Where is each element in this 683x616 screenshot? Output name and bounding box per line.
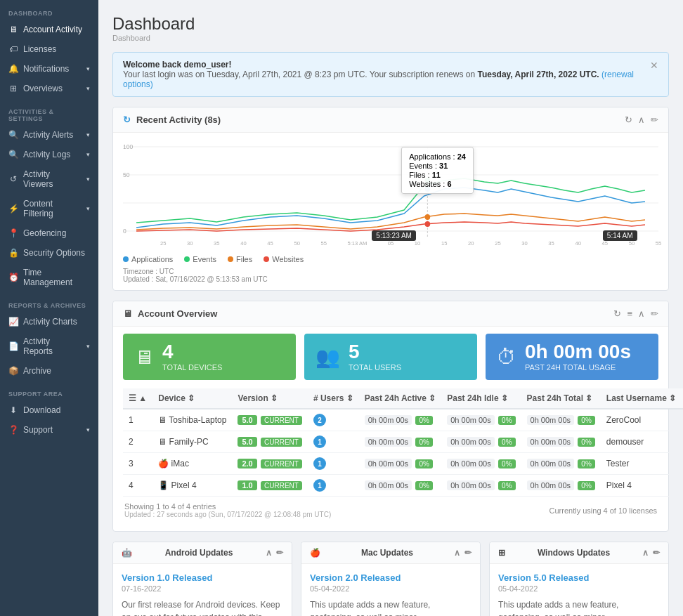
android-date: 07-16-2022 — [122, 584, 283, 593]
row-active: 0h 00m 00s 0% — [359, 431, 442, 453]
tooltip-time-label-2: 5:14 AM — [603, 230, 637, 241]
archive-icon: 📦 — [8, 366, 18, 376]
banner-close-button[interactable]: ✕ — [650, 60, 658, 71]
log-icon: 🔍 — [8, 150, 18, 159]
collapse-button[interactable]: ∧ — [638, 114, 645, 125]
sidebar-item-overviews[interactable]: ⊞ Overviews ▾ — [0, 79, 98, 98]
account-overview-panel: 🖥 Account Overview ↻ ≡ ∧ ✏ 🖥 4 TOTAL DEV… — [112, 301, 669, 532]
sidebar-item-account-activity[interactable]: 🖥 Account Activity — [0, 20, 98, 39]
sidebar-item-activity-logs[interactable]: 🔍 Activity Logs ▾ — [0, 145, 98, 164]
row-total: 0h 00m 00s 0% — [521, 475, 601, 497]
legend-files: Files — [228, 255, 252, 263]
svg-text:35: 35 — [548, 240, 554, 247]
android-updates-body: Version 1.0 Released 07-16-2022 Our firs… — [113, 564, 292, 616]
col-users[interactable]: # Users ⇕ — [308, 388, 359, 409]
breadcrumb: Dashboard — [112, 34, 669, 42]
row-total: 0h 00m 00s 0% — [521, 431, 601, 453]
svg-text:50: 50 — [629, 240, 635, 247]
sidebar-item-activity-viewers[interactable]: ↺ Activity Viewers ▾ — [0, 164, 98, 194]
edit-button[interactable]: ✏ — [653, 548, 660, 558]
svg-text:15: 15 — [441, 240, 448, 247]
svg-text:55: 55 — [656, 240, 662, 247]
collapse-button[interactable]: ∧ — [266, 548, 272, 558]
windows-updates-card: ⊞ Windows Updates ∧ ✏ Version 5.0 Releas… — [489, 542, 669, 616]
tooltip-time-label: 5:13:23 AM — [372, 230, 416, 241]
table-updated: Updated : 27 seconds ago (Sun, 07/17/202… — [124, 511, 331, 518]
expand-button[interactable]: ✏ — [651, 114, 658, 125]
edit-button[interactable]: ✏ — [464, 548, 471, 558]
edit-button[interactable]: ✏ — [276, 548, 283, 558]
sidebar-item-licenses[interactable]: 🏷 Licenses — [0, 39, 98, 59]
mac-version-link[interactable]: Version 2.0 Released — [310, 572, 471, 583]
chevron-icon: ▾ — [86, 426, 90, 433]
col-total[interactable]: Past 24h Total ⇕ — [521, 388, 601, 409]
row-num: 3 — [123, 453, 152, 475]
collapse-button[interactable]: ∧ — [454, 548, 460, 558]
svg-point-11 — [425, 221, 431, 227]
updates-row: 🤖 Android Updates ∧ ✏ Version 1.0 Releas… — [112, 542, 669, 616]
sidebar-item-activity-alerts[interactable]: 🔍 Activity Alerts ▾ — [0, 125, 98, 145]
sidebar-item-geofencing[interactable]: 📍 Geofencing — [0, 223, 98, 243]
page-title: Dashboard — [112, 14, 669, 34]
alert-icon: 🔍 — [8, 130, 18, 140]
legend-applications: Applications — [123, 255, 173, 263]
col-idle[interactable]: Past 24h Idle ⇕ — [441, 388, 521, 409]
download-icon: ⬇ — [8, 405, 18, 415]
menu-button[interactable]: ≡ — [627, 308, 632, 319]
chart-icon: 📈 — [8, 317, 18, 327]
welcome-banner: Welcome back demo_user! Your last login … — [112, 52, 669, 97]
collapse-button[interactable]: ∧ — [638, 308, 645, 319]
windows-updates-body: Version 5.0 Released 05-04-2022 This upd… — [490, 564, 668, 616]
col-device[interactable]: Device ⇕ — [152, 388, 232, 409]
svg-text:45: 45 — [602, 240, 609, 247]
table-showing: Showing 1 to 4 of 4 entries — [124, 502, 331, 511]
sidebar-item-security-options[interactable]: 🔒 Security Options — [0, 243, 98, 263]
row-device: 🖥 Toshiba-Laptop — [152, 409, 232, 431]
col-sort[interactable]: ☰ ▲ — [123, 388, 152, 409]
recent-activity-header: ↻ Recent Activity (8s) ↻ ∧ ✏ — [113, 107, 668, 133]
mac-updates-card: 🍎 Mac Updates ∧ ✏ Version 2.0 Released 0… — [301, 542, 481, 616]
row-active: 0h 00m 00s 0% — [359, 453, 442, 475]
sidebar-item-support[interactable]: ❓ Support ▾ — [0, 420, 98, 440]
sidebar-item-notifications[interactable]: 🔔 Notifications ▾ — [0, 59, 98, 79]
collapse-button[interactable]: ∧ — [642, 548, 649, 558]
monitor-icon: 🖥 — [8, 25, 18, 34]
row-version: 1.0 CURRENT — [232, 475, 308, 497]
chevron-icon: ▾ — [86, 65, 90, 72]
android-version-link[interactable]: Version 1.0 Released — [122, 572, 283, 583]
expand-button[interactable]: ✏ — [651, 308, 658, 319]
row-total: 0h 00m 00s 0% — [521, 453, 601, 475]
main-content: Dashboard Dashboard Welcome back demo_us… — [98, 0, 683, 616]
row-idle: 0h 00m 00s 0% — [441, 431, 521, 453]
users-icon: 👥 — [316, 346, 340, 369]
sidebar-item-activity-reports[interactable]: 📄 Activity Reports ▾ — [0, 332, 98, 361]
mac-text: This update adds a new feature, geofenci… — [310, 598, 471, 616]
sidebar-item-archive[interactable]: 📦 Archive — [0, 361, 98, 381]
col-username[interactable]: Last Username ⇕ — [601, 388, 682, 409]
legend-dot-applications — [123, 256, 129, 262]
windows-version-link[interactable]: Version 5.0 Released — [498, 572, 660, 583]
col-active[interactable]: Past 24h Active ⇕ — [359, 388, 442, 409]
row-username: ZeroCool — [601, 409, 682, 431]
svg-text:50: 50 — [294, 240, 300, 247]
col-version[interactable]: Version ⇕ — [232, 388, 308, 409]
sidebar-item-activity-charts[interactable]: 📈 Activity Charts — [0, 312, 98, 332]
tag-icon: 🏷 — [8, 44, 18, 54]
table-licenses: Currently using 4 of 10 licenses — [549, 506, 657, 515]
account-overview-header: 🖥 Account Overview ↻ ≡ ∧ ✏ — [113, 301, 668, 327]
security-icon: 🔒 — [8, 248, 18, 258]
refresh-button[interactable]: ↻ — [625, 114, 632, 125]
clock-icon: ⏱ — [497, 346, 516, 369]
row-users: 2 — [308, 409, 359, 431]
chevron-icon: ▾ — [86, 131, 90, 138]
mac-updates-body: Version 2.0 Released 05-04-2022 This upd… — [301, 564, 480, 616]
sidebar-item-download[interactable]: ⬇ Download — [0, 400, 98, 420]
svg-text:05: 05 — [388, 240, 394, 247]
row-version: 5.0 CURRENT — [232, 431, 308, 453]
row-device: 📱 Pixel 4 — [152, 475, 232, 497]
legend-dot-websites — [264, 256, 269, 262]
refresh-button[interactable]: ↻ — [613, 308, 621, 319]
row-version: 2.0 CURRENT — [232, 453, 308, 475]
sidebar-item-content-filtering[interactable]: ⚡ Content Filtering ▾ — [0, 194, 98, 223]
sidebar-item-time-management[interactable]: ⏰ Time Management — [0, 263, 98, 292]
